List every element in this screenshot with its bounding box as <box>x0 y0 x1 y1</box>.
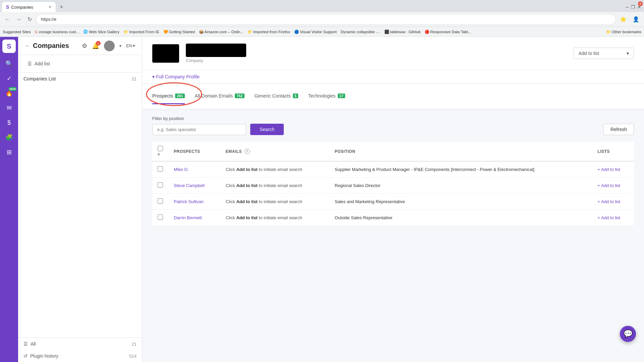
minimize-button[interactable]: ─ <box>626 4 629 10</box>
tab-technologies[interactable]: Technologies 17 <box>308 88 345 104</box>
add-list-button[interactable]: ☰ Add list <box>23 58 54 69</box>
sidebar-icon-puzzle[interactable]: 🧩 <box>2 131 16 144</box>
row-3-position-cell: Sales and Marketing Representative <box>329 194 592 210</box>
tab-close-button[interactable]: ✕ <box>48 5 52 9</box>
list-icon: ☰ <box>23 341 28 347</box>
sidebar-icon-fire[interactable]: 🔥 NEW <box>2 86 16 100</box>
bookmark-amazon[interactable]: 📦 Amazon.com – Onlin... <box>199 29 244 34</box>
restore-button[interactable]: ❐ <box>631 4 635 10</box>
tabs-section: Prospects 281 All Domain Emails 752 Gene… <box>142 84 644 109</box>
company-logo <box>152 44 179 63</box>
settings-button[interactable]: ⚙ <box>82 42 87 50</box>
row-4-add-to-list-button[interactable]: + Add to list <box>598 215 621 220</box>
prospect-name-mike[interactable]: Mike O. <box>174 167 189 172</box>
row-3-checkbox[interactable] <box>158 198 163 204</box>
bookmark-other[interactable]: 📁 Other bookmarks <box>606 29 641 34</box>
bookmark-tablesaw[interactable]: ⬛ tablesaw · GitHub <box>384 29 421 34</box>
notifications-button[interactable]: 🔔 2 <box>92 42 99 50</box>
reload-button[interactable]: ↻ <box>25 15 34 24</box>
full-company-profile-link[interactable]: ▾ Full Company Profile <box>142 70 644 84</box>
tab-domain-emails[interactable]: All Domain Emails 752 <box>195 88 245 104</box>
position-column-header: POSITION <box>329 142 592 161</box>
tab-prospects[interactable]: Prospects 281 <box>152 88 185 104</box>
company-name-block: Company <box>186 44 246 63</box>
bookmark-dynamic-collapsible[interactable]: Dynamic collapsible -... <box>341 30 380 34</box>
chat-bubble-button[interactable]: 💬 <box>620 326 636 342</box>
row-2-add-to-list-button[interactable]: + Add to list <box>598 183 621 188</box>
row-2-checkbox[interactable] <box>158 182 163 188</box>
prospect-name-steve[interactable]: Steve Campbell <box>174 183 205 188</box>
search-button[interactable]: Search <box>250 124 284 135</box>
puzzle-sidebar-icon: 🧩 <box>5 134 13 141</box>
prospect-name-patrick[interactable]: Patrick Sullivan <box>174 199 204 204</box>
bookmark-imported-from-ie[interactable]: 📁 Imported From IE <box>123 29 159 34</box>
app-back-button[interactable]: ← <box>25 43 30 49</box>
row-4-email-cell: Click Add to list to initiate email sear… <box>220 210 329 226</box>
filter-row: Search Refresh <box>152 124 634 135</box>
tab-title: Companies <box>11 5 33 10</box>
sidebar-icon-check[interactable]: ✓ <box>2 72 16 85</box>
select-all-column: ▾ <box>152 142 168 161</box>
row-1-checkbox-cell <box>152 161 168 178</box>
browser-actions: ⭐ 👤 <box>618 15 641 24</box>
row-1-email-cell: Click Add to list to initiate email sear… <box>220 161 329 178</box>
refresh-button[interactable]: Refresh <box>603 124 634 135</box>
filter-input[interactable] <box>152 124 246 135</box>
row-4-lists-cell: + Add to list <box>592 210 634 226</box>
extensions-button[interactable]: ⭐ <box>618 15 629 24</box>
tab-generic-contacts[interactable]: Generic Contacts 5 <box>255 88 298 104</box>
table-container: ▾ PROSPECTS EMAILS i POSITION <box>142 142 644 226</box>
row-2-lists-cell: + Add to list <box>592 178 634 194</box>
company-name-placeholder <box>186 44 246 57</box>
user-avatar[interactable] <box>104 41 115 51</box>
bookmark-vonage[interactable]: G vonage business cust... <box>35 30 79 34</box>
row-1-checkbox[interactable] <box>158 166 163 172</box>
new-tab-button[interactable]: + <box>57 4 66 11</box>
emails-info-icon[interactable]: i <box>245 149 250 154</box>
companies-list-item[interactable]: Companies List 21 <box>18 73 142 85</box>
profile-button[interactable]: 👤 <box>631 15 641 24</box>
back-button[interactable]: ← <box>3 15 12 24</box>
bookmark-web-slice[interactable]: 🌐 Web Slice Gallery <box>83 29 119 34</box>
row-2-email-hint: Click Add to list to initiate email sear… <box>226 183 302 188</box>
sidebar-icon-search[interactable]: 🔍 <box>2 57 16 70</box>
sidebar-icon-dollar[interactable]: $ <box>2 116 16 129</box>
lists-column-header: LISTS <box>592 142 634 161</box>
new-badge: NEW <box>9 87 16 91</box>
row-1-add-to-list-button[interactable]: + Add to list <box>598 167 621 172</box>
all-item[interactable]: ☰ All 21 <box>18 338 142 350</box>
row-3-email-cell: Click Add to list to initiate email sear… <box>220 194 329 210</box>
bookmark-imported-firefox[interactable]: 📁 Imported from Firefox <box>248 29 290 34</box>
table-row: Steve Campbell Click Add to list to init… <box>152 178 634 194</box>
select-dropdown-icon[interactable]: ▾ <box>158 152 160 157</box>
row-3-lists-cell: + Add to list <box>592 194 634 210</box>
lang-chevron-icon: ▾ <box>133 43 135 48</box>
tabs-row: Prospects 281 All Domain Emails 752 Gene… <box>152 84 634 109</box>
page-title: Companies <box>33 42 69 50</box>
app-container: S 6 🔍 ✓ 🔥 NEW ✉ $ 🧩 ⊞ ← Companies <box>0 37 644 362</box>
address-bar[interactable]: https://e <box>36 14 616 25</box>
left-panel-bottom: ☰ All 21 ↺ Plugin history 514 <box>18 338 142 362</box>
bookmark-visual-visitor[interactable]: 🔵 Visual Visitor Support <box>294 29 337 34</box>
forward-button[interactable]: → <box>14 15 23 24</box>
bookmark-responsive-data[interactable]: 🔴 Responsive Data Tabl... <box>425 29 471 34</box>
row-1-position-cell: Supplier Marketing & Product Manager - I… <box>329 161 592 178</box>
row-2-checkbox-cell <box>152 178 168 194</box>
select-all-checkbox[interactable] <box>158 146 163 151</box>
prospect-name-darrin[interactable]: Darrin Bennett <box>174 215 202 220</box>
bookmark-getting-started[interactable]: 🧡 Getting Started <box>163 29 195 34</box>
row-4-checkbox[interactable] <box>158 215 163 220</box>
app-header-right: ⚙ 🔔 2 ▾ EN ▾ <box>82 41 135 51</box>
avatar-chevron[interactable]: ▾ <box>119 44 121 48</box>
sidebar-logo[interactable]: S 6 <box>2 40 16 53</box>
language-selector[interactable]: EN ▾ <box>126 43 135 48</box>
add-to-list-dropdown[interactable]: Add to list ▾ <box>574 48 634 59</box>
row-3-add-to-list-button[interactable]: + Add to list <box>598 199 621 204</box>
sidebar-icon-grid[interactable]: ⊞ <box>2 145 16 159</box>
plugin-history-item[interactable]: ↺ Plugin history 514 <box>18 350 142 362</box>
row-3-email-hint: Click Add to list to initiate email sear… <box>226 199 302 204</box>
sidebar-icon-mail[interactable]: ✉ <box>2 101 16 115</box>
bookmark-suggested-sites[interactable]: Suggested Sites <box>3 30 31 34</box>
filter-label: Filter by position <box>152 116 634 121</box>
active-tab[interactable]: S Companies ✕ <box>2 2 56 12</box>
